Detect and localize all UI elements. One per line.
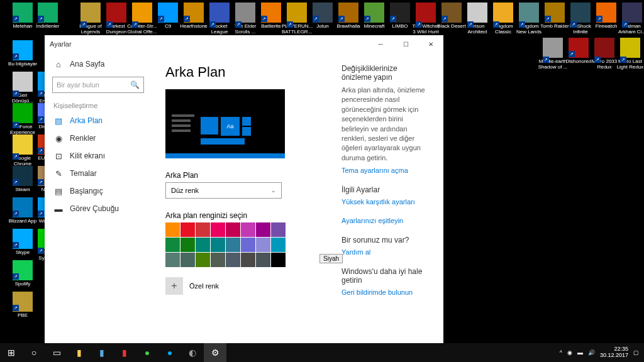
color-swatch[interactable] [165,238,180,252]
color-swatch[interactable] [180,222,195,237]
right-column: Değişikliklerinize önizleme yapın Arka p… [341,64,430,332]
bg-value: Düz renk [171,187,199,194]
sidebar-icon: ⊡ [53,151,64,161]
color-swatch[interactable] [211,253,225,267]
color-swatch[interactable] [256,253,270,267]
tb-chrome[interactable]: ● [136,343,158,362]
tb-skype[interactable]: ● [158,343,181,362]
desktop-icon[interactable]: ↗İndirilenler [33,3,63,30]
nvidia-icon[interactable]: ◉ [567,349,572,356]
color-swatch[interactable] [241,222,255,237]
color-swatch[interactable] [271,238,286,252]
sidebar-item-label: Arka Plan [70,116,103,125]
link-theme[interactable]: Tema ayarlarını açma [341,167,430,174]
desktop-icon[interactable]: ↗Spotify [8,260,38,287]
color-swatch[interactable] [271,253,286,267]
sidebar-item-label: Kilit ekranı [70,151,105,160]
color-swatch[interactable] [211,222,225,237]
sidebar-icon: ▤ [53,186,64,196]
sidebar: ⌂ Ana Sayfa Bir ayar bulun 🔍 Kişiselleşt… [45,53,152,343]
sidebar-item[interactable]: ▤Başlangıç [45,182,152,200]
tb-app2[interactable]: ▮ [113,343,136,362]
bg-dropdown[interactable]: Düz renk ⌄ [165,182,282,199]
sidebar-item[interactable]: ◉Renkler [45,129,152,147]
color-swatch[interactable] [180,253,195,267]
sidebar-icon: ✎ [53,168,64,178]
right-h4: Windows'u daha iyi hale getirin [341,267,430,285]
link-contrast[interactable]: Yüksek karşıtlık ayarları [341,198,430,206]
color-label: Arka plan renginizi seçin [165,211,329,220]
color-swatch[interactable] [241,253,255,267]
main-content: Arka Plan Aa Arka Plan Düz renk ⌄ Arka p… [152,53,443,343]
close-button[interactable]: ✕ [418,35,443,53]
color-swatch[interactable] [271,222,286,237]
tray-expand-icon[interactable]: ^ [560,349,562,356]
start-button[interactable]: ⊞ [0,343,23,362]
sidebar-item[interactable]: ⊡Kilit ekranı [45,147,152,165]
sidebar-item-label: Temalar [70,169,97,178]
color-swatch[interactable] [226,253,240,267]
color-swatches: Siyah [165,222,329,267]
link-sync[interactable]: Ayarlarınızı eşitleyin [341,217,430,224]
desktop-icon[interactable]: ↗Metro Last Light Redux [615,38,644,70]
sidebar-home-label: Ana Sayfa [70,60,104,69]
tb-steam[interactable]: ◐ [181,343,204,362]
tb-settings[interactable]: ⚙ [204,343,226,362]
tb-app1[interactable]: ▮ [91,343,113,362]
custom-color[interactable]: + Özel renk [165,277,329,295]
sidebar-home[interactable]: ⌂ Ana Sayfa [45,55,152,73]
color-swatch[interactable] [165,253,180,267]
color-swatch[interactable] [241,238,255,252]
color-swatch[interactable] [256,238,270,252]
sidebar-item-label: Görev Çubuğu [70,204,119,213]
search-input[interactable]: Bir ayar bulun 🔍 [52,77,144,93]
color-swatch[interactable] [211,238,225,252]
color-swatch[interactable] [196,222,210,237]
maximize-button[interactable]: ☐ [393,35,418,53]
color-swatch[interactable] [226,222,240,237]
settings-window: Ayarlar ─ ☐ ✕ ⌂ Ana Sayfa Bir ayar bulun… [45,35,443,343]
color-swatch[interactable] [256,222,270,237]
sidebar-icon: ▧ [53,116,64,126]
notification-icon[interactable]: ▢ [633,349,639,356]
link-feedback[interactable]: Geri bildirimde bulunun [341,288,430,296]
sidebar-icon: ◉ [53,133,64,143]
minimize-button[interactable]: ─ [368,35,393,53]
preview-pane: Aa [165,89,285,158]
taskbar: ⊞ ○ ▭ ▮ ▮ ▮ ● ● ◐ ⚙ ^ ◉ ▬ 🔊 22:35 30.12.… [0,343,644,362]
custom-label: Özel renk [189,282,219,290]
sidebar-item-label: Renkler [70,134,96,143]
home-icon: ⌂ [53,59,64,69]
desktop-icon[interactable]: ↗Batman Arkham Ci... [617,3,644,35]
swatch-tooltip: Siyah [319,254,343,263]
color-swatch[interactable] [196,238,210,252]
sidebar-item[interactable]: ▧Arka Plan [45,112,152,129]
volume-icon[interactable]: 🔊 [588,349,595,356]
titlebar[interactable]: Ayarlar ─ ☐ ✕ [45,35,443,53]
search-button[interactable]: ○ [23,343,45,362]
color-swatch[interactable] [196,253,210,267]
right-p1: Arka plan altında, önizleme penceresinde… [341,85,430,163]
color-swatch[interactable] [165,222,180,237]
sidebar-section: Kişiselleştirme [45,97,152,112]
search-placeholder: Bir ayar bulun [57,81,99,89]
color-swatch[interactable] [180,238,195,252]
color-swatch[interactable] [226,238,240,252]
sidebar-item[interactable]: ▬Görev Çubuğu [45,200,152,217]
system-tray[interactable]: ^ ◉ ▬ 🔊 22:35 30.12.2017 ▢ [560,346,644,359]
taskview-button[interactable]: ▭ [45,343,68,362]
window-title: Ayarlar [50,40,72,48]
bg-label: Arka Plan [165,171,329,180]
link-help[interactable]: Yardım al [341,248,430,256]
right-h3: Bir sorunuz mu var? [341,236,430,244]
sidebar-item[interactable]: ✎Temalar [45,165,152,182]
page-title: Arka Plan [165,64,329,80]
right-h2: İlgili Ayarlar [341,185,430,194]
clock[interactable]: 22:35 30.12.2017 [600,346,628,359]
network-icon[interactable]: ▬ [577,349,583,356]
desktop-icon[interactable]: ↗Bu bilgisayar [8,40,38,67]
plus-icon: + [165,277,183,295]
tb-explorer[interactable]: ▮ [68,343,91,362]
desktop-icon[interactable]: ↗PBE [8,292,38,319]
date: 30.12.2017 [600,353,628,359]
